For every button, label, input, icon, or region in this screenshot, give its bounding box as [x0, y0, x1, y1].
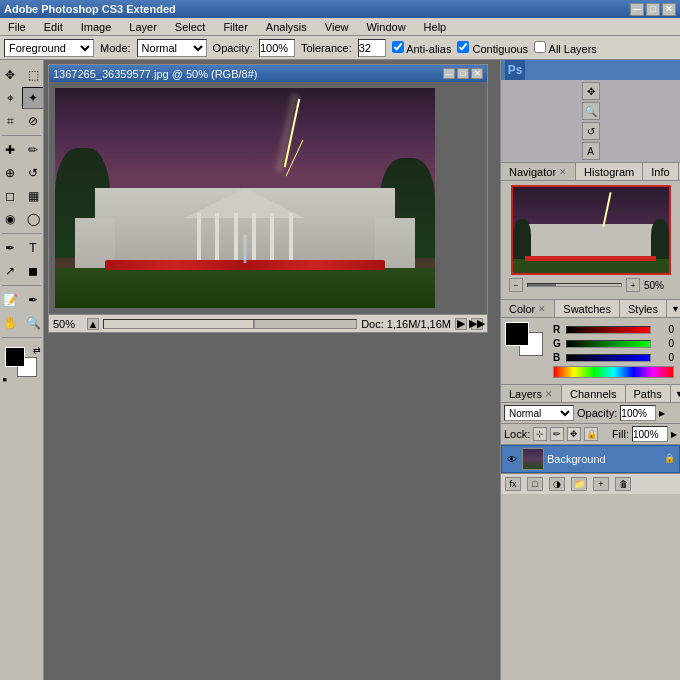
menu-edit[interactable]: Edit — [40, 20, 67, 34]
lock-paint-button[interactable]: ✏ — [550, 427, 564, 441]
layer-group-button[interactable]: 📁 — [571, 477, 587, 491]
zoom-tool[interactable]: 🔍 — [22, 312, 44, 334]
doc-minimize-button[interactable]: — — [443, 68, 455, 79]
panel-type-icon[interactable]: A — [582, 142, 600, 160]
color-fg-swatch[interactable] — [505, 322, 529, 346]
color-panel-header: Color ✕ Swatches Styles ▼ — [501, 300, 680, 318]
eraser-tool[interactable]: ◻ — [0, 185, 21, 207]
lasso-tool[interactable]: ⌖ — [0, 87, 21, 109]
swap-colors-icon[interactable]: ⇄ — [33, 345, 41, 355]
scroll-end-button[interactable]: ▶▶ — [471, 318, 483, 330]
menu-image[interactable]: Image — [77, 20, 116, 34]
type-tool[interactable]: T — [22, 237, 44, 259]
anti-alias-checkbox[interactable] — [392, 41, 404, 53]
notes-tool[interactable]: 📝 — [0, 289, 21, 311]
layer-mask-button[interactable]: □ — [527, 477, 543, 491]
layers-panel-collapse[interactable]: ▼ — [671, 389, 680, 399]
lock-transparent-button[interactable]: ⊹ — [533, 427, 547, 441]
panel-zoom-icon[interactable]: 🔍 — [582, 102, 600, 120]
hand-tool[interactable]: ✋ — [0, 312, 21, 334]
layer-fx-button[interactable]: fx — [505, 477, 521, 491]
zoom-out-button[interactable]: − — [509, 278, 523, 292]
layer-visibility-eye[interactable]: 👁 — [505, 452, 519, 466]
zoom-slider[interactable] — [527, 283, 622, 287]
foreground-color-swatch[interactable] — [5, 347, 25, 367]
menu-select[interactable]: Select — [171, 20, 210, 34]
layers-opacity-input[interactable] — [620, 405, 656, 421]
tab-paths[interactable]: Paths — [626, 385, 671, 402]
tab-layers[interactable]: Layers ✕ — [501, 385, 562, 402]
path-select-tool[interactable]: ↗ — [0, 260, 21, 282]
tab-color[interactable]: Color ✕ — [501, 300, 555, 317]
doc-close-button[interactable]: ✕ — [471, 68, 483, 79]
close-button[interactable]: ✕ — [662, 3, 676, 16]
fill-label: Fill: — [612, 428, 629, 440]
move-tool[interactable]: ✥ — [0, 64, 21, 86]
marquee-tool[interactable]: ⬚ — [22, 64, 44, 86]
zoom-up-button[interactable]: ▲ — [87, 318, 99, 330]
layer-delete-button[interactable]: 🗑 — [615, 477, 631, 491]
tab-swatches[interactable]: Swatches — [555, 300, 620, 317]
menu-analysis[interactable]: Analysis — [262, 20, 311, 34]
magic-wand-tool[interactable]: ✦ — [22, 87, 44, 109]
lock-all-button[interactable]: 🔒 — [584, 427, 598, 441]
opacity-arrow[interactable]: ▶ — [659, 409, 665, 418]
minimize-button[interactable]: — — [630, 3, 644, 16]
contiguous-checkbox[interactable] — [457, 41, 469, 53]
scroll-right-button[interactable]: ▶ — [455, 318, 467, 330]
document-image[interactable] — [55, 88, 435, 308]
pen-tool[interactable]: ✒ — [0, 237, 21, 259]
history-tool[interactable]: ↺ — [22, 162, 44, 184]
panel-hand-icon[interactable]: ✥ — [582, 82, 600, 100]
lock-move-button[interactable]: ✥ — [567, 427, 581, 441]
red-slider[interactable] — [566, 326, 651, 334]
fill-input[interactable] — [632, 426, 668, 442]
layer-adj-button[interactable]: ◑ — [549, 477, 565, 491]
reset-colors-icon[interactable]: ■ — [3, 376, 7, 383]
tab-info[interactable]: Info — [643, 163, 678, 180]
scrollbar-horizontal[interactable] — [103, 319, 357, 329]
menu-file[interactable]: File — [4, 20, 30, 34]
all-layers-checkbox[interactable] — [534, 41, 546, 53]
shape-tool[interactable]: ◼ — [22, 260, 44, 282]
layer-row-background[interactable]: 👁 Background 🔒 — [501, 445, 680, 473]
stamp-tool[interactable]: ⊕ — [0, 162, 21, 184]
tab-navigator[interactable]: Navigator ✕ — [501, 163, 576, 180]
slice-tool[interactable]: ⊘ — [22, 110, 44, 132]
blur-tool[interactable]: ◉ — [0, 208, 21, 230]
menu-help[interactable]: Help — [420, 20, 451, 34]
doc-maximize-button[interactable]: □ — [457, 68, 469, 79]
color-tab-close[interactable]: ✕ — [538, 304, 546, 314]
blend-mode-dropdown[interactable]: Normal — [504, 405, 574, 421]
tool-preset-dropdown[interactable]: Foreground — [4, 39, 94, 57]
panel-rotate-icon[interactable]: ↺ — [582, 122, 600, 140]
tolerance-input[interactable] — [358, 39, 386, 57]
menu-layer[interactable]: Layer — [125, 20, 161, 34]
fill-arrow[interactable]: ▶ — [671, 430, 677, 439]
menu-filter[interactable]: Filter — [219, 20, 251, 34]
opacity-input[interactable] — [259, 39, 295, 57]
zoom-in-button[interactable]: + — [626, 278, 640, 292]
green-slider[interactable] — [566, 340, 651, 348]
navigator-tab-close[interactable]: ✕ — [559, 167, 567, 177]
mode-dropdown[interactable]: Normal — [137, 39, 207, 57]
heal-tool[interactable]: ✚ — [0, 139, 21, 161]
tab-histogram[interactable]: Histogram — [576, 163, 643, 180]
color-panel-collapse[interactable]: ▼ — [667, 304, 680, 314]
eyedropper-tool[interactable]: ✒ — [22, 289, 44, 311]
layers-tab-close[interactable]: ✕ — [545, 389, 553, 399]
gradient-tool[interactable]: ▦ — [22, 185, 44, 207]
tab-styles[interactable]: Styles — [620, 300, 667, 317]
brush-tool[interactable]: ✏ — [22, 139, 44, 161]
color-panel: Color ✕ Swatches Styles ▼ — [501, 299, 680, 384]
tab-channels[interactable]: Channels — [562, 385, 625, 402]
maximize-button[interactable]: □ — [646, 3, 660, 16]
crop-tool[interactable]: ⌗ — [0, 110, 21, 132]
menu-window[interactable]: Window — [362, 20, 409, 34]
menu-view[interactable]: View — [321, 20, 353, 34]
dodge-tool[interactable]: ◯ — [22, 208, 44, 230]
blue-slider[interactable] — [566, 354, 651, 362]
color-spectrum[interactable] — [553, 366, 674, 378]
layer-new-button[interactable]: + — [593, 477, 609, 491]
document-statusbar: 50% ▲ Doc: 1,16M/1,16M ▶ ▶▶ — [49, 314, 487, 332]
